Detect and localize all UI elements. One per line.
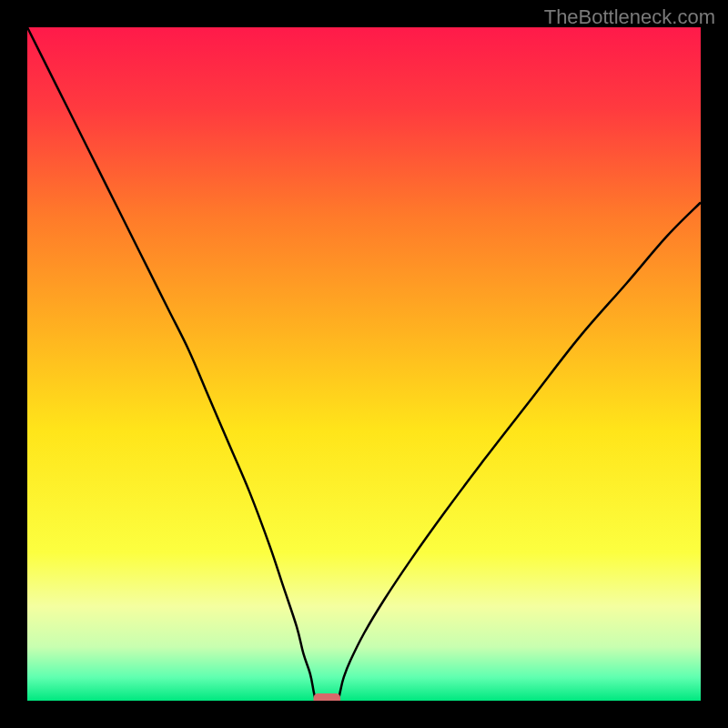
- chart-svg: [27, 27, 701, 701]
- chart-background: [27, 27, 701, 701]
- chart-plot-area: [27, 27, 701, 701]
- watermark-text: TheBottleneck.com: [544, 5, 715, 29]
- minimum-marker: [314, 693, 341, 701]
